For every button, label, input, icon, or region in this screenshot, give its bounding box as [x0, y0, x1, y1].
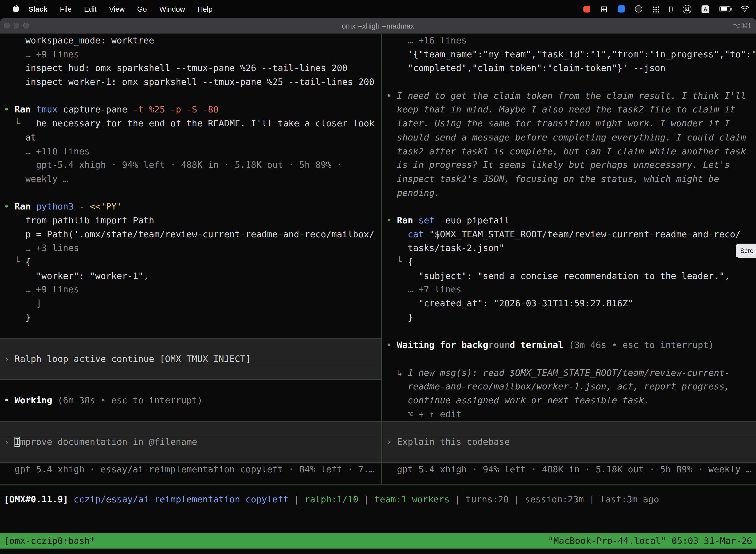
wifi-icon[interactable]: [741, 4, 749, 13]
terminal-line: should send a message before completing …: [386, 130, 756, 145]
terminal-line: is in progress? It seems likely but perh…: [386, 158, 756, 172]
terminal-line: inspect task2's JSON, focusing on the st…: [386, 172, 756, 186]
battery-fill: [720, 7, 727, 11]
terminal-line: [4, 407, 381, 422]
terminal-line: '{"team_name":"my-team","task_id":"1","f…: [386, 48, 756, 62]
window-shortcut-label: ⌥⌘1: [733, 21, 751, 29]
battery-nub: [731, 8, 732, 10]
terminal-line: … +7 lines: [386, 283, 756, 297]
terminal-line: weekly …: [4, 172, 381, 186]
terminal-line: ⌥ + ↑ edit: [386, 407, 756, 422]
terminal-line: at: [4, 130, 381, 145]
tmux-host-clock-label: "MacBook-Pro-44.local" 05:03 31-Mar-26: [548, 536, 752, 546]
terminal-line: [OMX#0.11.9] cczip/essay/ai-reimplementa…: [4, 493, 756, 507]
terminal-line: › Ralph loop active continue [OMX_TMUX_I…: [0, 352, 381, 366]
tmux-session-label: [omx-cczip0:bash*: [4, 536, 95, 546]
menu-help[interactable]: Help: [191, 0, 219, 18]
menu-bar-status-icons: ⊞ 61 A: [583, 4, 749, 13]
terminal-line: [4, 380, 381, 394]
pill-app-icon[interactable]: [669, 5, 673, 12]
terminal-line: tasks/task-2.json": [386, 241, 756, 256]
tmux-status-bar: [omx-cczip0:bash* "MacBook-Pro-44.local"…: [0, 533, 756, 549]
terminal-line: pending.: [386, 186, 756, 200]
terminal-line: … +16 lines: [386, 34, 756, 48]
terminal-pane-left[interactable]: workspace_mode: worktree … +9 lines insp…: [0, 34, 381, 485]
window-title-bar[interactable]: omx --xhigh --madmax ⌥⌘1: [0, 18, 756, 34]
window-title: omx --xhigh --madmax: [342, 21, 414, 30]
terminal-line: cat "$OMX_TEAM_STATE_ROOT/team/review-cu…: [386, 228, 756, 241]
omx-status-line: [OMX#0.11.9] cczip/essay/ai-reimplementa…: [4, 493, 756, 507]
terminal-line: [4, 324, 381, 338]
terminal-line: • Working (6m 38s • esc to interrupt): [4, 394, 381, 407]
terminal-line: [386, 75, 756, 89]
terminal-line: … +110 lines: [4, 145, 381, 158]
terminal-line: └ {: [386, 255, 756, 269]
terminal-line: gpt-5.4 xhigh · 94% left · 488K in · 5.1…: [4, 158, 381, 172]
menu-view[interactable]: View: [103, 0, 131, 18]
terminal-line: • Ran set -euo pipefail: [386, 214, 756, 228]
terminal-line: • Ran tmux capture-pane -t %25 -p -S -80: [4, 103, 381, 117]
terminal-line: continue assigned work or next feasible …: [386, 394, 756, 407]
terminal-line: └ {: [4, 255, 381, 269]
terminal-line: p = Path('.omx/state/team/review-current…: [4, 228, 381, 241]
terminal-line: inspect_hud: omx sparkshell --tmux-pane …: [4, 62, 381, 75]
terminal-line: … +9 lines: [4, 283, 381, 297]
menu-edit[interactable]: Edit: [78, 0, 103, 18]
desktop: Slack File Edit View Go Window Help ⊞ 61…: [0, 0, 756, 554]
terminal-line: … +9 lines: [4, 48, 381, 62]
pane-divider-horizontal: [0, 485, 756, 486]
input-source-icon[interactable]: A: [701, 5, 709, 13]
screen-recording-icon[interactable]: [583, 5, 590, 12]
minimize-button[interactable]: [13, 22, 19, 28]
traffic-lights: [4, 18, 29, 33]
terminal-line: [4, 89, 381, 103]
zoom-button[interactable]: [23, 22, 29, 28]
terminal-line: keep that in mind. Maybe I also need the…: [386, 103, 756, 117]
pane-divider-vertical[interactable]: [381, 34, 382, 485]
terminal-line: • Ran python3 - <<'PY': [4, 200, 381, 214]
terminal-line: workspace_mode: worktree: [4, 34, 381, 48]
terminal-line: readme-and-reco/mailbox/worker-1.json, a…: [386, 380, 756, 394]
terminal-line: gpt-5.4 xhigh · essay/ai-reimplementatio…: [4, 463, 381, 477]
terminal-line: "completed","claim_token":"claim-token"}…: [386, 62, 756, 75]
grid-app-icon[interactable]: ⊞: [600, 5, 608, 12]
terminal-line: [386, 200, 756, 214]
terminal-line: [0, 338, 381, 352]
menu-bar: Slack File Edit View Go Window Help ⊞ 61…: [0, 0, 756, 18]
terminal-line: "subject": "send a concise recommendatio…: [386, 269, 756, 283]
terminal-line: • I need to get the claim token from the…: [386, 89, 756, 103]
terminal-line: ]: [4, 297, 381, 311]
terminal-line: from pathlib import Path: [4, 214, 381, 228]
terminal-line: }: [4, 311, 381, 324]
blue-app-icon[interactable]: [618, 5, 625, 12]
apple-menu[interactable]: [10, 4, 22, 14]
terminal-line: [386, 352, 756, 366]
badge-61-icon[interactable]: 61: [683, 4, 692, 13]
terminal-line: [386, 324, 756, 338]
menu-file[interactable]: File: [54, 0, 78, 18]
terminal-line: gpt-5.4 xhigh · 94% left · 488K in · 5.1…: [386, 463, 756, 477]
terminal-line: }: [386, 311, 756, 324]
dots-grid-icon[interactable]: [652, 5, 659, 12]
dark-app-icon[interactable]: [635, 5, 642, 12]
screen-overlay-chip[interactable]: Scre: [736, 244, 756, 258]
terminal-line: [0, 366, 381, 380]
terminal-line: • Waiting for background terminal (3m 46…: [386, 338, 756, 352]
battery-icon[interactable]: [719, 6, 731, 12]
menu-app-name[interactable]: Slack: [22, 0, 54, 18]
terminal-line: [382, 421, 756, 435]
terminal-line: › Improve documentation in @filename: [0, 435, 381, 449]
close-button[interactable]: [4, 22, 10, 28]
terminal-line: inspect_worker-1: omx sparkshell --tmux-…: [4, 75, 381, 89]
terminal-line: [382, 449, 756, 463]
menu-go[interactable]: Go: [131, 0, 153, 18]
apple-icon: [13, 4, 19, 14]
terminal-line: task2 after task1 is complete, but can I…: [386, 145, 756, 158]
terminal-pane-right[interactable]: … +16 lines '{"team_name":"my-team","tas…: [382, 34, 756, 485]
terminal-line: later. Using the same for transition mig…: [386, 117, 756, 131]
terminal-line: ↳ 1 new msg(s): read $OMX_TEAM_STATE_ROO…: [386, 366, 756, 380]
terminal-line: "created_at": "2026-03-31T11:59:27.816Z": [386, 297, 756, 311]
terminal-window: workspace_mode: worktree … +9 lines insp…: [0, 34, 756, 554]
menu-window[interactable]: Window: [153, 0, 191, 18]
terminal-line: [0, 421, 381, 435]
